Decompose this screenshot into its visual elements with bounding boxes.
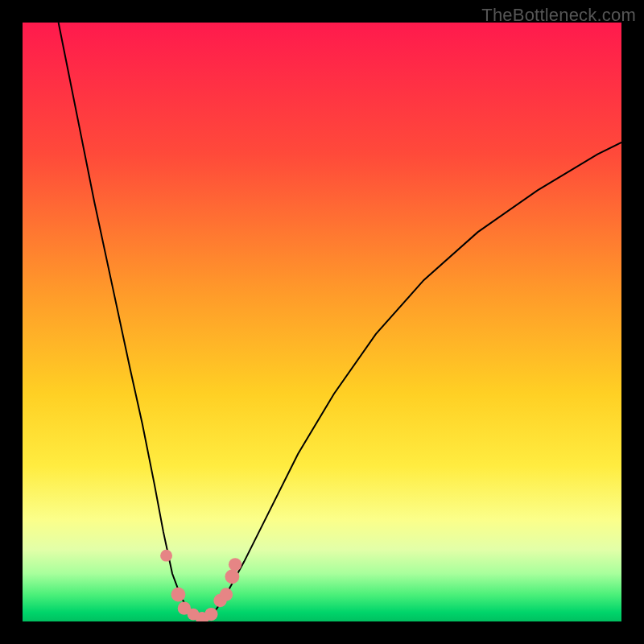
watermark-text: TheBottleneck.com bbox=[481, 5, 636, 26]
data-markers bbox=[160, 550, 242, 621]
data-marker bbox=[171, 588, 186, 602]
curve-layer bbox=[23, 23, 621, 621]
data-marker bbox=[225, 569, 239, 584]
data-marker bbox=[220, 588, 233, 601]
data-marker bbox=[229, 558, 242, 571]
data-marker bbox=[204, 608, 217, 621]
plot-area bbox=[23, 23, 621, 621]
data-marker bbox=[160, 550, 172, 562]
curve-left bbox=[59, 23, 203, 618]
chart-canvas: TheBottleneck.com bbox=[0, 0, 644, 644]
curve-right bbox=[202, 142, 621, 618]
